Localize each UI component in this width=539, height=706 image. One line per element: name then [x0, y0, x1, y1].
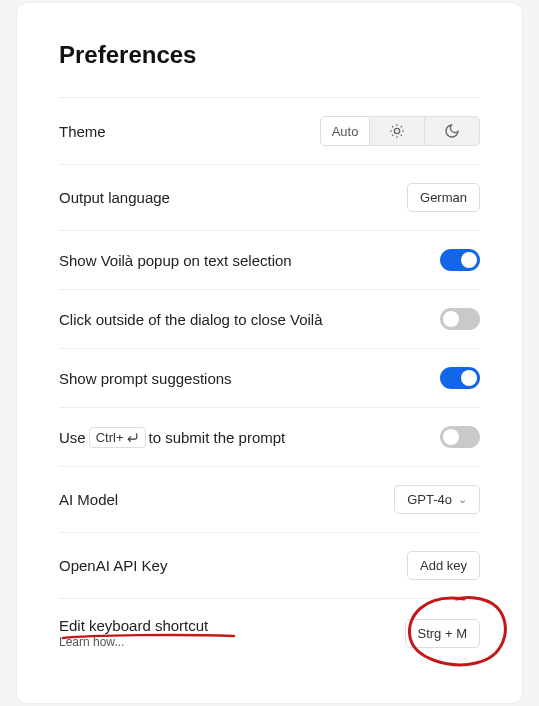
svg-line-3 [392, 126, 393, 127]
svg-line-7 [392, 135, 393, 136]
popup-label: Show Voilà popup on text selection [59, 252, 292, 269]
popup-toggle[interactable] [440, 249, 480, 271]
annotation-circle [404, 593, 512, 671]
toggle-knob [461, 370, 477, 386]
row-ctrl-enter: Use Ctrl+ to submit the prompt [59, 407, 480, 466]
kbd-text: Ctrl+ [96, 430, 124, 445]
ctrl-enter-kbd: Ctrl+ [89, 427, 146, 448]
ctrl-enter-label: Use Ctrl+ to submit the prompt [59, 427, 285, 448]
page-title: Preferences [59, 41, 480, 69]
theme-segmented: Auto [320, 116, 480, 146]
annotation-underline [61, 627, 236, 635]
ctrl-enter-prefix: Use [59, 429, 86, 446]
sun-icon [389, 123, 405, 139]
model-label: AI Model [59, 491, 118, 508]
ctrl-enter-toggle[interactable] [440, 426, 480, 448]
language-label: Output language [59, 189, 170, 206]
row-language: Output language German [59, 164, 480, 230]
row-theme: Theme Auto [59, 97, 480, 164]
model-dropdown[interactable]: GPT-4o ⌄ [394, 485, 480, 514]
svg-point-0 [394, 128, 399, 133]
language-button[interactable]: German [407, 183, 480, 212]
row-apikey: OpenAI API Key Add key [59, 532, 480, 598]
chevron-down-icon: ⌄ [458, 493, 467, 506]
theme-light-button[interactable] [370, 116, 425, 146]
theme-label: Theme [59, 123, 106, 140]
enter-icon [126, 431, 139, 444]
row-model: AI Model GPT-4o ⌄ [59, 466, 480, 532]
add-key-button[interactable]: Add key [407, 551, 480, 580]
svg-line-4 [401, 135, 402, 136]
svg-line-8 [401, 126, 402, 127]
suggestions-toggle[interactable] [440, 367, 480, 389]
ctrl-enter-suffix: to submit the prompt [149, 429, 286, 446]
theme-auto-button[interactable]: Auto [320, 116, 370, 146]
preferences-panel: Preferences Theme Auto Output language G… [17, 3, 522, 703]
moon-icon [444, 123, 460, 139]
theme-dark-button[interactable] [425, 116, 480, 146]
toggle-knob [461, 252, 477, 268]
suggestions-label: Show prompt suggestions [59, 370, 232, 387]
toggle-knob [443, 311, 459, 327]
click-outside-toggle[interactable] [440, 308, 480, 330]
row-click-outside: Click outside of the dialog to close Voi… [59, 289, 480, 348]
toggle-knob [443, 429, 459, 445]
row-suggestions: Show prompt suggestions [59, 348, 480, 407]
apikey-label: OpenAI API Key [59, 557, 167, 574]
model-value: GPT-4o [407, 492, 452, 507]
row-popup: Show Voilà popup on text selection [59, 230, 480, 289]
click-outside-label: Click outside of the dialog to close Voi… [59, 311, 323, 328]
